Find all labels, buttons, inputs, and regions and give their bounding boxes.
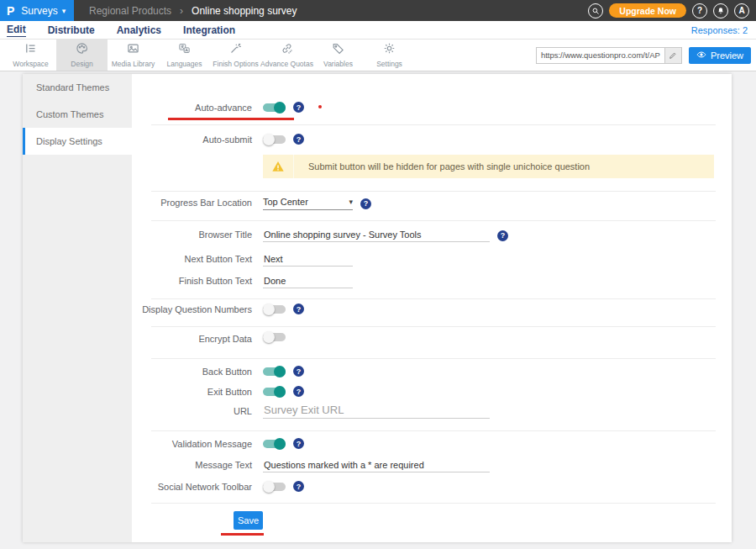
toolbar-item-settings[interactable]: Settings xyxy=(364,40,415,71)
toolbar-item-finish-options[interactable]: Finish Options xyxy=(210,40,261,71)
sidebar-item-custom-themes[interactable]: Custom Themes xyxy=(23,101,132,128)
separator xyxy=(151,503,716,504)
breadcrumb-folder[interactable]: Regional Products xyxy=(89,5,171,17)
social-network-toolbar-help-icon[interactable]: ? xyxy=(293,481,304,492)
warning-text: Submit button will be hidden for pages w… xyxy=(294,161,590,172)
preview-button[interactable]: Preview xyxy=(689,47,751,64)
content-area: Standard Themes Custom Themes Display Se… xyxy=(0,71,756,549)
image-icon xyxy=(127,42,139,58)
edit-url-pencil-icon[interactable] xyxy=(664,48,681,63)
row-social-network-toolbar: Social Network Toolbar ? xyxy=(132,481,732,494)
back-button-help-icon[interactable]: ? xyxy=(293,366,304,377)
avatar[interactable]: A xyxy=(734,3,749,18)
survey-nav: Edit Distribute Analytics Integration Re… xyxy=(0,21,756,40)
message-text-input[interactable] xyxy=(263,459,490,472)
browser-title-help-icon[interactable]: ? xyxy=(497,230,508,241)
tab-integration[interactable]: Integration xyxy=(183,24,235,37)
sidebar-item-display-settings[interactable]: Display Settings xyxy=(23,128,132,155)
toolbar-item-design[interactable]: Design xyxy=(56,40,108,71)
auto-submit-label: Auto-submit xyxy=(132,134,252,146)
display-settings-card: Standard Themes Custom Themes Display Se… xyxy=(23,74,732,542)
auto-advance-help-icon[interactable]: ? xyxy=(293,102,304,113)
warning-banner: Submit button will be hidden for pages w… xyxy=(263,155,714,178)
upgrade-now-button[interactable]: Upgrade Now xyxy=(609,3,686,18)
row-validation-message: Validation Message ? xyxy=(132,438,732,451)
next-button-text-input[interactable] xyxy=(263,253,353,267)
exit-button-toggle[interactable] xyxy=(263,388,286,396)
progress-bar-location-select[interactable]: Top Center ▾ xyxy=(263,197,353,210)
finish-button-text-input[interactable] xyxy=(263,275,353,288)
responses-count[interactable]: Responses: 2 xyxy=(691,25,748,35)
palette-icon xyxy=(76,42,88,58)
notifications-bell-icon[interactable] xyxy=(713,3,728,18)
save-button[interactable]: Save xyxy=(234,511,263,530)
questionpro-logo-icon: P xyxy=(7,4,14,18)
product-menu-label: Surveys xyxy=(21,5,57,17)
separator xyxy=(151,430,716,431)
separator xyxy=(151,326,716,327)
browser-title-input[interactable] xyxy=(263,229,490,242)
display-question-numbers-help-icon[interactable]: ? xyxy=(293,304,304,314)
display-question-numbers-label: Display Question Numbers xyxy=(132,304,252,316)
search-icon[interactable] xyxy=(588,3,603,18)
auto-submit-help-icon[interactable]: ? xyxy=(293,134,304,145)
row-exit-button: Exit Button ? xyxy=(132,386,732,399)
progress-bar-help-icon[interactable]: ? xyxy=(360,198,371,209)
exit-button-label: Exit Button xyxy=(132,386,252,399)
gear-icon xyxy=(383,42,396,58)
survey-url-input[interactable] xyxy=(537,48,664,63)
toolbar-item-languages[interactable]: Languages xyxy=(159,40,210,71)
help-button[interactable]: ? xyxy=(692,3,707,18)
breadcrumb: Regional Products › Online shopping surv… xyxy=(74,0,756,21)
finish-button-text-label: Finish Button Text xyxy=(132,275,252,288)
product-switcher[interactable]: P Surveys ▾ xyxy=(0,0,74,21)
sidebar-item-standard-themes[interactable]: Standard Themes xyxy=(23,74,132,101)
design-toolbar: Workspace Design Media Library Languages… xyxy=(0,40,756,71)
auto-submit-toggle[interactable] xyxy=(263,135,286,144)
encrypt-data-label: Encrypt Data xyxy=(132,333,252,346)
annotation-underline-auto-advance xyxy=(168,118,294,120)
row-back-button: Back Button ? xyxy=(132,366,732,379)
social-network-toolbar-toggle[interactable] xyxy=(263,483,286,491)
eye-icon xyxy=(696,50,706,61)
separator xyxy=(151,124,716,125)
row-exit-url: URL xyxy=(132,403,732,420)
row-auto-submit: Auto-submit ? xyxy=(132,134,732,147)
chain-link-icon xyxy=(281,42,293,58)
tab-distribute[interactable]: Distribute xyxy=(48,24,95,37)
chevron-down-icon: ▾ xyxy=(349,198,353,206)
message-text-label: Message Text xyxy=(132,459,252,472)
magic-wand-icon xyxy=(229,42,242,58)
validation-message-help-icon[interactable]: ? xyxy=(293,438,304,449)
exit-url-label: URL xyxy=(132,403,252,420)
back-button-label: Back Button xyxy=(132,366,252,378)
separator xyxy=(151,358,716,359)
exit-button-help-icon[interactable]: ? xyxy=(293,386,304,397)
breadcrumb-survey-title: Online shopping survey xyxy=(192,5,297,17)
separator xyxy=(151,191,716,192)
row-progress-bar-location: Progress Bar Location Top Center ▾ ? xyxy=(132,197,732,210)
toolbar-item-workspace[interactable]: Workspace xyxy=(5,40,56,71)
row-next-button-text: Next Button Text xyxy=(132,253,732,267)
auto-advance-label: Auto-advance xyxy=(132,102,252,114)
tab-analytics[interactable]: Analytics xyxy=(117,24,161,37)
workspace-icon xyxy=(24,42,37,58)
toolbar-item-media-library[interactable]: Media Library xyxy=(108,40,159,71)
top-bar: P Surveys ▾ Regional Products › Online s… xyxy=(0,0,756,21)
row-encrypt-data: Encrypt Data xyxy=(132,333,732,346)
encrypt-data-toggle[interactable] xyxy=(263,333,286,341)
validation-message-toggle[interactable] xyxy=(263,440,286,448)
toolbar-item-variables[interactable]: Variables xyxy=(312,40,364,71)
toolbar-item-advance-quotas[interactable]: Advance Quotas xyxy=(261,40,312,71)
breadcrumb-separator: › xyxy=(180,5,183,17)
exit-url-input[interactable] xyxy=(263,403,490,419)
annotation-dot xyxy=(318,105,322,108)
display-settings-form: Auto-advance ? Auto-submit ? xyxy=(132,74,732,542)
progress-bar-location-label: Progress Bar Location xyxy=(132,197,252,209)
tab-edit[interactable]: Edit xyxy=(7,23,26,37)
separator xyxy=(151,298,716,299)
back-button-toggle[interactable] xyxy=(263,367,286,376)
display-question-numbers-toggle[interactable] xyxy=(263,305,286,314)
auto-advance-toggle[interactable] xyxy=(263,103,286,112)
tag-icon xyxy=(332,42,344,58)
